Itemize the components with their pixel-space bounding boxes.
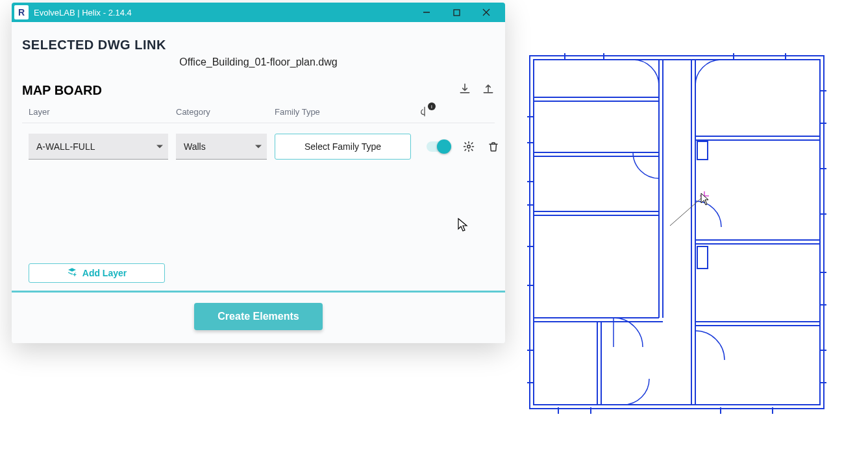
row-toggle[interactable]	[427, 141, 450, 152]
add-layer-plus-icon	[67, 267, 77, 280]
svg-rect-1	[454, 10, 460, 16]
selected-dwg-heading: SELECTED DWG LINK	[22, 38, 495, 53]
chevron-down-icon	[255, 145, 262, 148]
create-elements-label: Create Elements	[217, 311, 299, 322]
maximize-button[interactable]	[441, 3, 471, 22]
cursor-icon	[458, 218, 469, 235]
svg-rect-6	[530, 56, 824, 409]
import-mapping-icon[interactable]	[458, 82, 471, 98]
title-bar: R EvolveLAB | Helix - 2.14.4	[12, 3, 505, 22]
dwg-filename: Office_Building_01-floor_plan.dwg	[22, 56, 495, 68]
minimize-button[interactable]	[412, 3, 441, 22]
add-layer-button[interactable]: Add Layer	[29, 263, 165, 283]
chevron-down-icon	[156, 145, 163, 148]
svg-rect-29	[697, 246, 708, 269]
window-title: EvolveLAB | Helix - 2.14.4	[34, 8, 412, 18]
centerline-icon[interactable]: i	[419, 106, 430, 117]
layer-select-value: A-WALL-FULL	[36, 141, 95, 152]
app-icon: R	[14, 5, 29, 19]
helix-dialog: R EvolveLAB | Helix - 2.14.4 SELECTED DW…	[12, 3, 505, 343]
column-header-category: Category	[176, 107, 267, 117]
svg-rect-7	[534, 60, 820, 405]
map-board-header-row: MAP BOARD	[22, 82, 495, 98]
family-type-label: Select Family Type	[304, 141, 381, 152]
toggle-knob	[437, 139, 451, 154]
centerline-info-badge: i	[428, 102, 436, 110]
mapping-row: A-WALL-FULL Walls Select Family Type	[22, 123, 495, 166]
map-board-column-headers: Layer Category Family Type i	[22, 102, 495, 123]
export-mapping-icon[interactable]	[482, 82, 495, 98]
row-settings-icon[interactable]	[463, 141, 475, 152]
svg-rect-28	[697, 141, 708, 160]
column-header-family-type: Family Type	[275, 107, 411, 117]
add-layer-label: Add Layer	[82, 268, 127, 278]
floor-plan-canvas[interactable]	[526, 52, 828, 415]
svg-line-61	[670, 197, 702, 226]
category-select-value: Walls	[184, 141, 206, 152]
svg-point-4	[467, 145, 471, 149]
map-board-heading: MAP BOARD	[22, 83, 102, 98]
close-button[interactable]	[471, 3, 501, 22]
row-delete-icon[interactable]	[488, 141, 499, 152]
dialog-footer: Create Elements	[12, 291, 505, 343]
create-elements-button[interactable]: Create Elements	[194, 303, 322, 330]
category-select[interactable]: Walls	[176, 134, 267, 160]
layer-select[interactable]: A-WALL-FULL	[29, 134, 168, 160]
column-header-layer: Layer	[29, 107, 168, 117]
select-family-type-button[interactable]: Select Family Type	[275, 134, 411, 160]
